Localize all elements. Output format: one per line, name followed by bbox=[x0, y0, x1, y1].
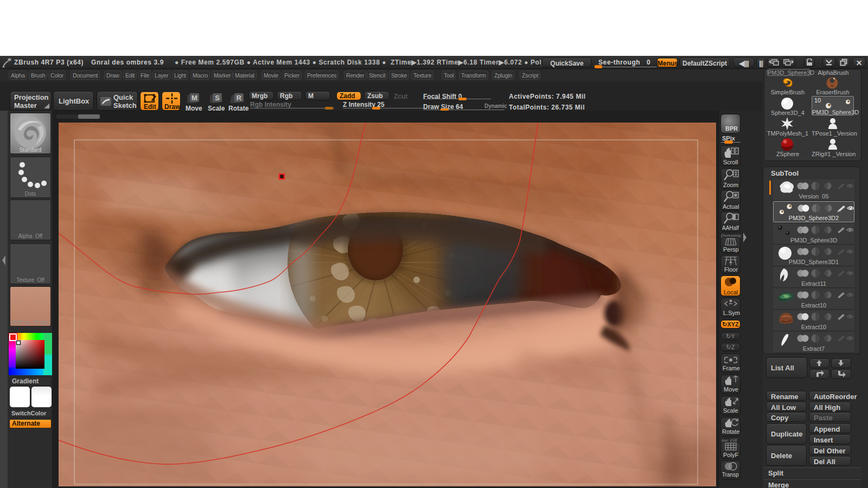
svg-text:M: M bbox=[192, 94, 197, 102]
svg-text:R: R bbox=[237, 94, 242, 102]
svg-text:S: S bbox=[215, 94, 220, 102]
